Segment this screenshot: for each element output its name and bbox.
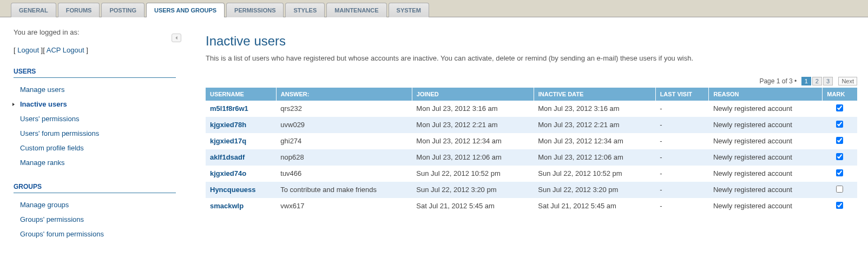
tab-posting[interactable]: POSTING	[101, 3, 144, 17]
sidebar-item-manage-users[interactable]: Manage users	[14, 82, 176, 97]
cell-reason: Newly registered account	[709, 182, 823, 198]
col-last-visit[interactable]: LAST VISIT	[655, 88, 709, 101]
cell-joined: Mon Jul 23, 2012 3:16 am	[412, 101, 534, 117]
cell-mark	[823, 133, 857, 149]
cell-joined: Mon Jul 23, 2012 12:06 am	[412, 149, 534, 166]
username-link[interactable]: aklf1dsadf	[210, 153, 245, 161]
sidebar-item-custom-profile-fields[interactable]: Custom profile fields	[14, 141, 176, 155]
cell-inactive-date: Mon Jul 23, 2012 12:06 am	[534, 149, 655, 166]
mark-checkbox[interactable]	[836, 186, 843, 193]
cell-last-visit: -	[655, 149, 709, 166]
cell-joined: Sat Jul 21, 2012 5:45 am	[412, 198, 534, 214]
acp-logout-link[interactable]: ACP Logout	[47, 46, 84, 54]
cell-answer: uvw029	[276, 117, 412, 133]
cell-username: aklf1dsadf	[206, 149, 276, 166]
cell-answer: qrs232	[276, 101, 412, 117]
pagination-page-1[interactable]: 1	[801, 77, 811, 85]
mark-checkbox[interactable]	[836, 137, 843, 144]
cell-reason: Newly registered account	[709, 133, 823, 149]
cell-last-visit: -	[655, 198, 709, 214]
sidebar-item-manage-groups[interactable]: Manage groups	[14, 197, 176, 212]
sidebar-link[interactable]: Manage ranks	[20, 159, 64, 167]
cell-username: Hyncqueuess	[206, 182, 276, 198]
pagination-next[interactable]: Next	[838, 77, 857, 85]
sidebar-link[interactable]: Groups' forum permissions	[20, 230, 104, 238]
cell-inactive-date: Mon Jul 23, 2012 12:34 am	[534, 133, 655, 149]
col-mark[interactable]: MARK	[823, 88, 857, 101]
mark-checkbox[interactable]	[836, 169, 843, 176]
sidebar-item-inactive-users[interactable]: Inactive users	[14, 97, 176, 111]
col-reason[interactable]: REASON	[709, 88, 823, 101]
col-username[interactable]: USERNAME	[206, 88, 276, 101]
table-row: HyncqueuessTo contribute and make friend…	[206, 182, 857, 198]
mark-checkbox[interactable]	[836, 202, 843, 209]
table-row: aklf1dsadfnop628Mon Jul 23, 2012 12:06 a…	[206, 149, 857, 166]
table-row: kjgxied17qghi274Mon Jul 23, 2012 12:34 a…	[206, 133, 857, 149]
sidebar-link[interactable]: Custom profile fields	[20, 144, 84, 152]
sidebar-menu: Manage groupsGroups' permissionsGroups' …	[14, 197, 176, 241]
username-link[interactable]: kjgxied74o	[210, 169, 246, 177]
cell-last-visit: -	[655, 117, 709, 133]
sidebar-toggle[interactable]	[172, 34, 181, 42]
pagination-page-3[interactable]: 3	[823, 77, 833, 85]
cell-username: smackwlp	[206, 198, 276, 214]
cell-answer: vwx617	[276, 198, 412, 214]
cell-joined: Sun Jul 22, 2012 10:52 pm	[412, 166, 534, 182]
content: Inactive users This is a list of users w…	[189, 17, 868, 277]
sidebar-item-groups-permissions[interactable]: Groups' permissions	[14, 212, 176, 227]
sidebar-menu: Manage usersInactive usersUsers' permiss…	[14, 82, 176, 170]
sidebar-item-groups-forum-permissions[interactable]: Groups' forum permissions	[14, 227, 176, 241]
sidebar-link[interactable]: Users' permissions	[20, 115, 79, 123]
tab-permissions[interactable]: PERMISSIONS	[226, 3, 284, 17]
cell-last-visit: -	[655, 166, 709, 182]
cell-username: kjgxied78h	[206, 117, 276, 133]
username-link[interactable]: kjgxied78h	[210, 121, 246, 129]
sidebar-link[interactable]: Manage groups	[20, 201, 69, 209]
tab-styles[interactable]: STYLES	[285, 3, 325, 17]
tab-general[interactable]: GENERAL	[11, 3, 56, 17]
table-row: m5l1f8r6w1qrs232Mon Jul 23, 2012 3:16 am…	[206, 101, 857, 117]
tab-system[interactable]: SYSTEM	[389, 3, 429, 17]
sidebar-link[interactable]: Manage users	[20, 85, 64, 94]
mark-checkbox[interactable]	[836, 104, 843, 111]
cell-reason: Newly registered account	[709, 101, 823, 117]
tab-maintenance[interactable]: MAINTENANCE	[326, 3, 386, 17]
pagination-page-2[interactable]: 2	[812, 77, 822, 85]
sidebar-section-users: USERS	[14, 68, 176, 78]
col-inactive-date[interactable]: INACTIVE DATE	[534, 88, 655, 101]
cell-inactive-date: Mon Jul 23, 2012 3:16 am	[534, 101, 655, 117]
username-link[interactable]: kjgxied17q	[210, 137, 246, 145]
page-description: This is a list of users who have registe…	[206, 53, 857, 64]
inactive-users-table: USERNAMEANSWER:JOINEDINACTIVE DATELAST V…	[206, 88, 857, 214]
sidebar-link[interactable]: Groups' permissions	[20, 215, 84, 223]
cell-mark	[823, 149, 857, 166]
mark-checkbox[interactable]	[836, 121, 843, 128]
page-title: Inactive users	[206, 34, 857, 49]
username-link[interactable]: Hyncqueuess	[210, 186, 256, 194]
sidebar-item-users-forum-permissions[interactable]: Users' forum permissions	[14, 126, 176, 141]
cell-last-visit: -	[655, 133, 709, 149]
col-answer-[interactable]: ANSWER:	[276, 88, 412, 101]
sidebar-item-users-permissions[interactable]: Users' permissions	[14, 111, 176, 126]
cell-mark	[823, 182, 857, 198]
col-joined[interactable]: JOINED	[412, 88, 534, 101]
sidebar-section-groups: GROUPS	[14, 183, 176, 193]
top-tabs: GENERALFORUMSPOSTINGUSERS AND GROUPSPERM…	[0, 0, 868, 17]
main-area: You are logged in as: [ Logout ][ ACP Lo…	[0, 17, 868, 277]
page-of-label: Page 1 of 3 •	[759, 77, 797, 85]
tab-users-and-groups[interactable]: USERS AND GROUPS	[146, 3, 225, 17]
tab-forums[interactable]: FORUMS	[58, 3, 100, 17]
cell-inactive-date: Sun Jul 22, 2012 3:20 pm	[534, 182, 655, 198]
sidebar-link[interactable]: Users' forum permissions	[20, 129, 99, 137]
pagination: Page 1 of 3 • 123 Next	[206, 77, 857, 85]
table-row: kjgxied78huvw029Mon Jul 23, 2012 2:21 am…	[206, 117, 857, 133]
logout-link[interactable]: Logout	[17, 46, 39, 54]
username-link[interactable]: smackwlp	[210, 202, 244, 210]
mark-checkbox[interactable]	[836, 153, 843, 160]
sidebar-link[interactable]: Inactive users	[20, 100, 67, 108]
cell-inactive-date: Sun Jul 22, 2012 10:52 pm	[534, 166, 655, 182]
username-link[interactable]: m5l1f8r6w1	[210, 104, 248, 113]
sidebar-item-manage-ranks[interactable]: Manage ranks	[14, 155, 176, 170]
cell-answer: ghi274	[276, 133, 412, 149]
logout-links: [ Logout ][ ACP Logout ]	[14, 46, 176, 54]
